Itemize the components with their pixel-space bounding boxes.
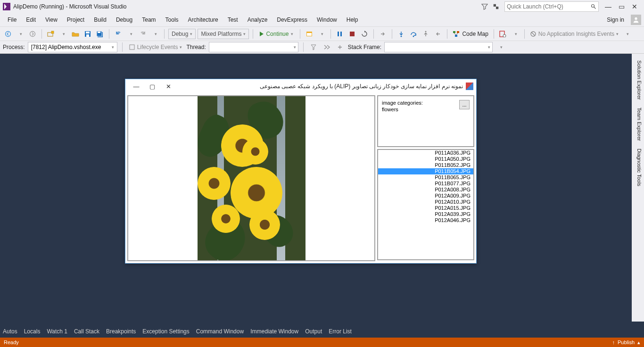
- file-list[interactable]: P011A036.JPGP011A050.JPGP011B052.JPGP011…: [378, 150, 473, 223]
- save-all-button[interactable]: [95, 29, 105, 39]
- app-close-button[interactable]: ✕: [160, 81, 176, 92]
- minimize-button[interactable]: —: [602, 1, 615, 12]
- app-title: نمونه نرم افزار نمایه سازی خودکار زبانی …: [176, 83, 463, 90]
- file-list-item[interactable]: P012A010.JPG: [378, 199, 473, 205]
- sign-in-link[interactable]: Sign in: [607, 17, 629, 23]
- pause-button[interactable]: [335, 29, 345, 39]
- redo-button[interactable]: [138, 29, 148, 39]
- insights-button[interactable]: No Application Insights Events ▾: [528, 29, 620, 39]
- avatar-icon[interactable]: [631, 15, 641, 25]
- close-button[interactable]: ✕: [628, 1, 641, 12]
- tab-callstack[interactable]: Call Stack: [74, 328, 99, 335]
- tab-autos[interactable]: Autos: [3, 328, 17, 335]
- file-list-item[interactable]: P012A039.JPG: [378, 211, 473, 217]
- notifications-icon[interactable]: [490, 1, 502, 12]
- maximize-button[interactable]: ▭: [615, 1, 628, 12]
- undo-button[interactable]: [113, 29, 124, 39]
- file-list-item[interactable]: P011B065.JPG: [378, 174, 473, 181]
- file-list-item[interactable]: P012A015.JPG: [378, 205, 473, 211]
- browse-button[interactable]: ...: [459, 100, 470, 109]
- redo-dropdown[interactable]: [150, 29, 160, 39]
- publish-button[interactable]: Publish: [618, 339, 635, 345]
- publish-chevron-icon[interactable]: ▴: [637, 339, 640, 346]
- find-dropdown[interactable]: [510, 29, 520, 39]
- stop-button[interactable]: [347, 29, 357, 39]
- file-list-item[interactable]: P011B077.JPG: [378, 181, 473, 187]
- menu-build[interactable]: Build: [89, 15, 111, 25]
- tab-immediate-window[interactable]: Immediate Window: [250, 328, 298, 335]
- undo-dropdown[interactable]: [125, 29, 136, 39]
- process-dropdown[interactable]: [7812] AlipDemo.vshost.exe ▾: [28, 42, 117, 52]
- menu-help[interactable]: Help: [342, 15, 363, 25]
- menu-view[interactable]: View: [41, 15, 62, 25]
- svg-rect-14: [98, 32, 100, 33]
- lifecycle-events-button[interactable]: Lifecycle Events ▾: [127, 42, 184, 52]
- tab-team-explorer[interactable]: Team Explorer: [632, 104, 644, 145]
- menu-tools[interactable]: Tools: [161, 15, 183, 25]
- menu-architecture[interactable]: Architecture: [183, 15, 223, 25]
- tab-watch1[interactable]: Watch 1: [47, 328, 67, 335]
- solution-config-label: Debug: [172, 31, 188, 37]
- tab-diagnostic-tools[interactable]: Diagnostic Tools: [632, 145, 644, 190]
- menu-edit[interactable]: Edit: [21, 15, 41, 25]
- tab-locals[interactable]: Locals: [24, 328, 41, 335]
- continue-button[interactable]: Continue ▾: [257, 29, 296, 39]
- find-in-files-button[interactable]: [498, 29, 508, 39]
- nav-back-button[interactable]: [3, 29, 13, 39]
- menu-analyze[interactable]: Analyze: [243, 15, 272, 25]
- menu-debug[interactable]: Debug: [111, 15, 137, 25]
- filter-icon[interactable]: [479, 1, 490, 12]
- file-list-item[interactable]: P012A008.JPG: [378, 187, 473, 193]
- file-list-item[interactable]: P011A036.JPG: [378, 150, 473, 156]
- quick-launch-input[interactable]: Quick Launch (Ctrl+Q): [504, 1, 599, 12]
- menu-file[interactable]: File: [3, 15, 21, 25]
- tab-error-list[interactable]: Error List: [329, 328, 352, 335]
- tab-solution-explorer[interactable]: Solution Explorer: [632, 57, 644, 104]
- step-out-button[interactable]: [421, 29, 431, 39]
- file-list-item[interactable]: P011A050.JPG: [378, 156, 473, 162]
- codemap-button[interactable]: Code Map: [451, 29, 489, 39]
- tab-output[interactable]: Output: [305, 328, 322, 335]
- new-project-button[interactable]: [46, 29, 56, 39]
- flagged-threads-button[interactable]: [335, 42, 345, 52]
- svg-point-5: [6, 31, 11, 36]
- browser-link-button[interactable]: [304, 29, 314, 39]
- debug-toolbar-overflow[interactable]: [495, 42, 506, 52]
- tab-command-window[interactable]: Command Window: [196, 328, 244, 335]
- step-over-button[interactable]: [408, 29, 419, 39]
- tab-exception-settings[interactable]: Exception Settings: [142, 328, 189, 335]
- menu-project[interactable]: Project: [62, 15, 89, 25]
- file-list-item[interactable]: P011B054.JPG: [378, 168, 473, 174]
- step-into-button[interactable]: [396, 29, 406, 39]
- app-minimize-button[interactable]: —: [128, 81, 144, 92]
- tab-breakpoints[interactable]: Breakpoints: [106, 328, 136, 335]
- menu-team[interactable]: Team: [137, 15, 160, 25]
- filter-threads-button[interactable]: [308, 42, 319, 52]
- new-project-dropdown[interactable]: [58, 29, 68, 39]
- menu-window[interactable]: Window: [312, 15, 342, 25]
- nav-back-dropdown[interactable]: [15, 29, 25, 39]
- show-next-statement-button[interactable]: [378, 29, 388, 39]
- file-list-item[interactable]: P011B052.JPG: [378, 162, 473, 168]
- browser-link-dropdown[interactable]: [316, 29, 327, 39]
- solution-config-dropdown[interactable]: Debug▾: [168, 29, 196, 39]
- stackframe-dropdown[interactable]: ▾: [384, 42, 493, 52]
- restart-button[interactable]: [359, 29, 370, 39]
- codemap-label: Code Map: [462, 31, 488, 37]
- open-file-button[interactable]: [70, 29, 81, 39]
- solution-platform-dropdown[interactable]: Mixed Platforms▾: [198, 29, 249, 39]
- thread-dropdown[interactable]: ▾: [209, 42, 298, 52]
- step-backward-button[interactable]: [433, 29, 443, 39]
- app-maximize-button[interactable]: ▢: [144, 81, 160, 92]
- process-label: Process:: [3, 44, 25, 50]
- file-list-item[interactable]: P012A009.JPG: [378, 193, 473, 199]
- publish-upload-icon[interactable]: ↑: [612, 339, 615, 345]
- menu-test[interactable]: Test: [223, 15, 243, 25]
- menu-devexpress[interactable]: DevExpress: [272, 15, 312, 25]
- save-button[interactable]: [83, 29, 93, 39]
- main-toolbar: Debug▾ Mixed Platforms▾ Continue ▾ Code …: [0, 26, 644, 41]
- toggle-threads-button[interactable]: [322, 42, 332, 52]
- nav-forward-button[interactable]: [27, 29, 38, 39]
- file-list-item[interactable]: P012A046.JPG: [378, 217, 473, 223]
- toolbar-overflow[interactable]: [622, 29, 632, 39]
